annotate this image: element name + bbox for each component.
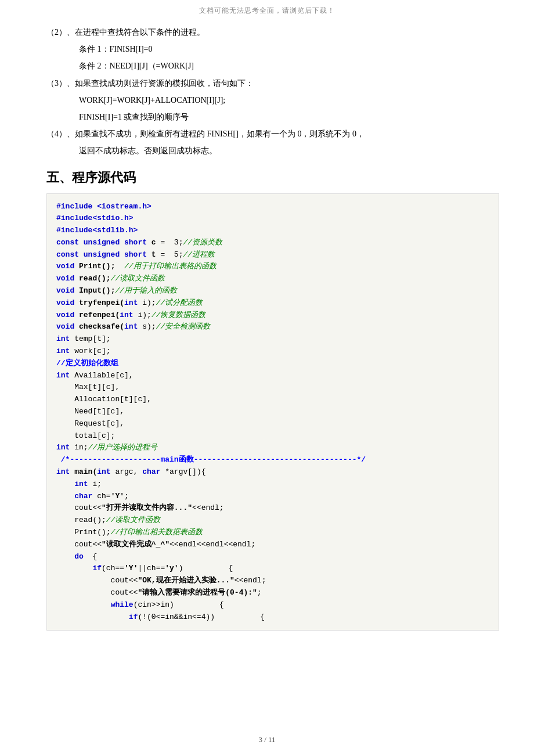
step2-text: （2）、在进程中查找符合以下条件的进程。 <box>46 25 499 39</box>
step3-detail2: FINISH[I]=1 或查找到的顺序号 <box>46 110 499 124</box>
step3-text: （3）、如果查找成功则进行资源的模拟回收，语句如下： <box>46 76 499 91</box>
step2-condition2: 条件 2：NEED[I][J]（=WORK[J] <box>46 59 499 73</box>
page-watermark: 文档可能无法思考全面，请浏览后下载！ <box>0 0 534 19</box>
step4-text: （4）、如果查找不成功，则检查所有进程的 FINISH[]，如果有一个为 0，则… <box>46 127 499 141</box>
step3-detail1: WORK[J]=WORK[J]+ALLOCATION[I][J]; <box>46 93 499 107</box>
code-block: #include <iostream.h> #include<stdio.h> … <box>46 193 499 631</box>
step4-detail: 返回不成功标志。否则返回成功标志。 <box>46 143 499 158</box>
page-footer: 3 / 11 <box>0 735 534 744</box>
section-title: 五、程序源代码 <box>46 169 499 186</box>
step2-condition1: 条件 1：FINISH[I]=0 <box>46 42 499 56</box>
